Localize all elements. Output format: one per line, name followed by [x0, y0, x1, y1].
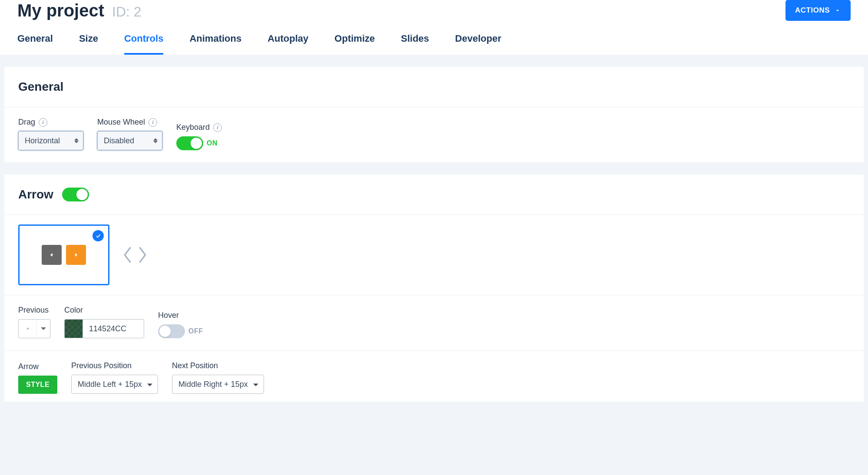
- keyboard-label: Keyboard: [176, 123, 210, 132]
- keyboard-toggle[interactable]: [176, 136, 203, 150]
- tab-size[interactable]: Size: [79, 33, 98, 55]
- color-swatch[interactable]: [65, 320, 83, 338]
- tab-general[interactable]: General: [17, 33, 53, 55]
- actions-button-label: ACTIONS: [795, 6, 830, 15]
- page-title: My project: [17, 1, 104, 20]
- arrow-left-icon: [42, 245, 62, 265]
- next-position-value: Middle Right + 15px: [178, 380, 248, 389]
- info-icon[interactable]: i: [213, 123, 222, 132]
- arrow-left-icon: [25, 326, 30, 332]
- chevron-down-icon: [37, 320, 50, 338]
- arrow-style-option-2[interactable]: [122, 245, 149, 264]
- drag-select-value: Horizontal: [25, 136, 60, 145]
- tab-optimize[interactable]: Optimize: [334, 33, 375, 55]
- previous-position-value: Middle Left + 15px: [78, 380, 142, 389]
- next-position-label: Next Position: [172, 361, 264, 370]
- tab-animations[interactable]: Animations: [189, 33, 241, 55]
- tabs: General Size Controls Animations Autopla…: [17, 33, 851, 55]
- drag-label: Drag: [18, 118, 35, 127]
- tab-slides[interactable]: Slides: [401, 33, 429, 55]
- tab-controls[interactable]: Controls: [124, 33, 163, 55]
- hover-toggle[interactable]: [158, 324, 185, 338]
- tab-developer[interactable]: Developer: [455, 33, 501, 55]
- arrow-enabled-toggle[interactable]: [62, 188, 89, 201]
- color-label: Color: [64, 306, 144, 315]
- color-input[interactable]: [83, 320, 144, 338]
- mouse-wheel-select[interactable]: Disabled: [97, 131, 162, 150]
- sort-arrows-icon: [153, 139, 158, 143]
- selected-check-icon: [92, 230, 104, 241]
- keyboard-toggle-state: ON: [207, 139, 218, 147]
- chevron-left-icon: [122, 245, 134, 264]
- previous-icon-picker[interactable]: [18, 319, 50, 338]
- drag-select[interactable]: Horizontal: [18, 131, 83, 150]
- previous-position-label: Previous Position: [71, 361, 158, 370]
- arrow-title: Arrow: [18, 188, 53, 201]
- general-title: General: [18, 80, 63, 94]
- hover-label: Hover: [158, 311, 203, 320]
- mouse-wheel-select-value: Disabled: [104, 136, 134, 145]
- chevron-down-icon: [834, 7, 841, 14]
- actions-button[interactable]: ACTIONS: [785, 0, 851, 21]
- project-id: ID: 2: [112, 4, 142, 20]
- arrow-panel: Arrow Previous Co: [4, 175, 864, 402]
- next-position-select[interactable]: Middle Right + 15px: [172, 375, 264, 394]
- info-icon[interactable]: i: [149, 118, 157, 127]
- info-icon[interactable]: i: [39, 118, 47, 127]
- sort-arrows-icon: [74, 139, 79, 143]
- previous-position-select[interactable]: Middle Left + 15px: [71, 375, 158, 394]
- style-button[interactable]: STYLE: [18, 376, 57, 394]
- general-panel: General Drag i Horizontal Mouse Wheel i …: [4, 67, 864, 162]
- chevron-down-icon: [147, 384, 152, 386]
- hover-toggle-state: OFF: [188, 327, 203, 335]
- arrow-style-label: Arrow: [18, 362, 57, 371]
- arrow-right-icon: [66, 245, 86, 265]
- mouse-wheel-label: Mouse Wheel: [97, 118, 145, 127]
- previous-label: Previous: [18, 306, 50, 315]
- chevron-right-icon: [136, 245, 149, 264]
- chevron-down-icon: [253, 384, 258, 386]
- tab-autoplay[interactable]: Autoplay: [267, 33, 308, 55]
- arrow-style-option-1[interactable]: [18, 224, 109, 285]
